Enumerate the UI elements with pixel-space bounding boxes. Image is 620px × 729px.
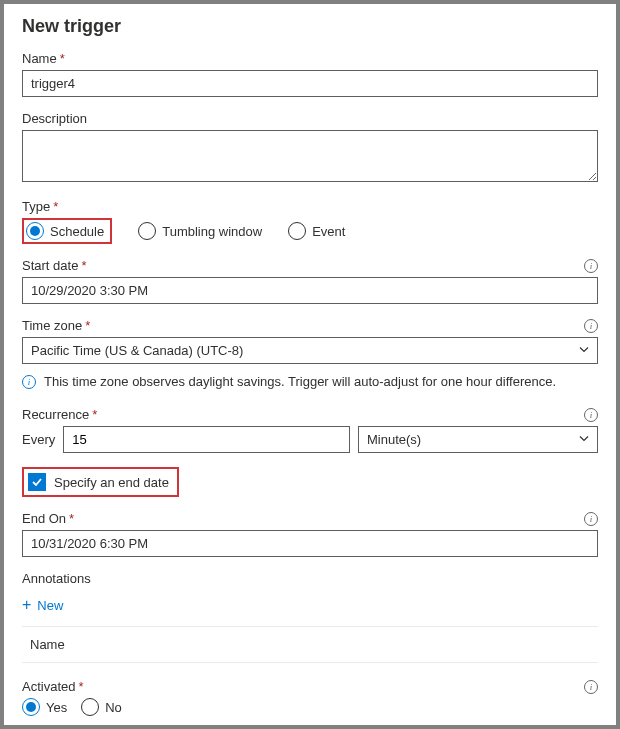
activated-label-yes: Yes <box>46 700 67 715</box>
type-label-event: Event <box>312 224 345 239</box>
specify-end-date-checkbox[interactable]: Specify an end date <box>28 473 169 491</box>
type-label: Type* <box>22 199 58 214</box>
type-radio-schedule[interactable]: Schedule <box>26 222 104 240</box>
recurrence-label: Recurrence* <box>22 407 97 422</box>
type-label-schedule: Schedule <box>50 224 104 239</box>
checkbox-icon <box>28 473 46 491</box>
activated-radio-yes[interactable]: Yes <box>22 698 67 716</box>
timezone-select[interactable] <box>22 337 598 364</box>
recurrence-unit-select[interactable] <box>358 426 598 453</box>
type-schedule-highlight: Schedule <box>22 218 112 244</box>
radio-icon <box>288 222 306 240</box>
type-radio-tumbling[interactable]: Tumbling window <box>138 222 262 240</box>
radio-icon <box>81 698 99 716</box>
info-icon: i <box>22 375 36 389</box>
name-label: Name* <box>22 51 65 66</box>
name-input[interactable] <box>22 70 598 97</box>
radio-icon <box>26 222 44 240</box>
annotations-column-header: Name <box>22 626 598 663</box>
activated-label-no: No <box>105 700 122 715</box>
info-icon[interactable]: i <box>584 408 598 422</box>
type-radio-event[interactable]: Event <box>288 222 345 240</box>
timezone-label: Time zone* <box>22 318 90 333</box>
description-label: Description <box>22 111 87 126</box>
type-label-tumbling: Tumbling window <box>162 224 262 239</box>
info-icon[interactable]: i <box>584 259 598 273</box>
info-icon[interactable]: i <box>584 512 598 526</box>
annotations-new-label: New <box>37 598 63 613</box>
activated-label: Activated* <box>22 679 84 694</box>
recurrence-interval-input[interactable] <box>63 426 350 453</box>
specify-end-date-label: Specify an end date <box>54 475 169 490</box>
radio-icon <box>138 222 156 240</box>
plus-icon: + <box>22 596 31 614</box>
info-icon[interactable]: i <box>584 319 598 333</box>
end-on-label: End On* <box>22 511 74 526</box>
end-on-input[interactable] <box>22 530 598 557</box>
start-date-input[interactable] <box>22 277 598 304</box>
panel-title: New trigger <box>22 16 598 37</box>
specify-end-date-highlight: Specify an end date <box>22 467 179 497</box>
radio-icon <box>22 698 40 716</box>
start-date-label: Start date* <box>22 258 86 273</box>
activated-radio-no[interactable]: No <box>81 698 122 716</box>
annotations-new-button[interactable]: + New <box>22 596 63 614</box>
description-input[interactable] <box>22 130 598 182</box>
recurrence-every-label: Every <box>22 432 55 447</box>
info-icon[interactable]: i <box>584 680 598 694</box>
annotations-label: Annotations <box>22 571 91 586</box>
timezone-note: This time zone observes daylight savings… <box>44 374 556 389</box>
